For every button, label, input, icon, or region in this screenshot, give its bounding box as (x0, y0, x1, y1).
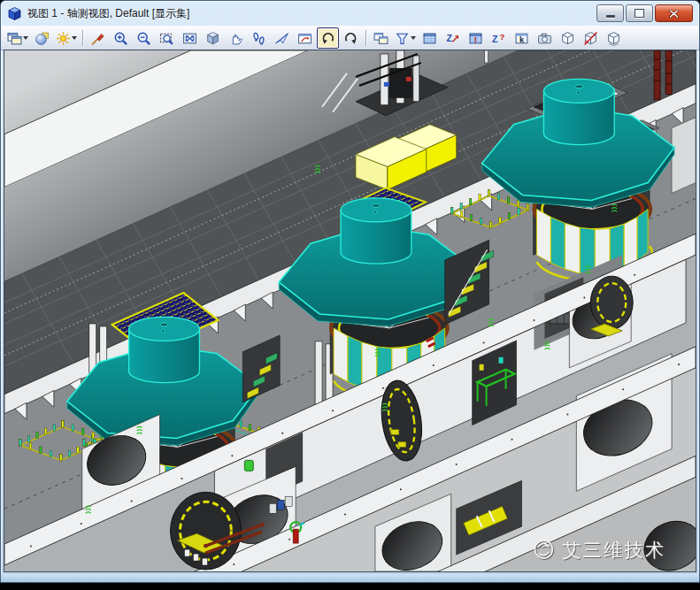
toolbar-button-view-display-mode[interactable] (31, 27, 53, 49)
toolbar-button-view-attributes[interactable] (5, 27, 30, 49)
view-toolbar (1, 26, 699, 50)
toolbar-button-copy-view[interactable] (370, 27, 392, 49)
toolbar-button-rotate-view[interactable] (202, 27, 224, 49)
toolbar-button-clip-volume[interactable] (393, 27, 418, 49)
toolbar-button-adjust-view-brightness[interactable] (54, 27, 79, 49)
close-button[interactable] (655, 4, 693, 22)
window-frame-bottom (1, 574, 699, 582)
toolbar-button-fly[interactable] (271, 27, 293, 49)
toolbar-button-view-next[interactable] (340, 27, 362, 49)
toolbar-button-zoom-out[interactable] (133, 27, 155, 49)
side-wall-sliver (672, 118, 696, 194)
toolbar-button-clip-view[interactable] (580, 27, 602, 49)
toolbar-separator (365, 30, 366, 46)
screen: 视图 1 - 轴测视图, Default [显示集] (0, 0, 700, 590)
dropdown-arrow-icon[interactable] (72, 36, 77, 40)
viewport-3d-canvas[interactable]: 艾三维技术 (4, 50, 696, 571)
toolbar-button-render-view[interactable] (557, 27, 579, 49)
watermark-text: 艾三维技术 (562, 540, 665, 560)
window-controls (595, 4, 693, 22)
mast-post (485, 50, 488, 63)
minimize-icon (606, 15, 615, 18)
toolbar-button-zoom-in[interactable] (110, 27, 132, 49)
toolbar-button-saved-views[interactable] (511, 27, 533, 49)
toolbar-button-window-area[interactable] (156, 27, 178, 49)
title-bar[interactable]: 视图 1 - 轴测视图, Default [显示集] (1, 1, 699, 26)
toolbar-button-walk[interactable] (248, 27, 270, 49)
toolbar-button-clip-mask[interactable] (419, 27, 441, 49)
toolbar-button-fit-view[interactable] (179, 27, 201, 49)
toolbar-separator (82, 30, 83, 46)
toolbar-button-pan-view[interactable] (225, 27, 247, 49)
minimize-button[interactable] (596, 4, 624, 22)
toolbar-button-navigate-view[interactable] (294, 27, 316, 49)
viewport[interactable]: 艾三维技术 (4, 50, 696, 572)
window-title: 视图 1 - 轴测视图, Default [显示集] (27, 6, 189, 21)
dropdown-arrow-icon[interactable] (411, 36, 416, 40)
toolbar-button-show-display-depth[interactable] (488, 27, 510, 49)
toolbar-button-camera-settings[interactable] (534, 27, 556, 49)
view-window: 视图 1 - 轴测视图, Default [显示集] (0, 0, 700, 583)
toolbar-button-update-view[interactable] (87, 27, 109, 49)
close-icon (669, 10, 679, 18)
dropdown-arrow-icon[interactable] (23, 36, 28, 40)
toolbar-button-set-display-depth[interactable] (442, 27, 464, 49)
toolbar-button-display-set[interactable] (603, 27, 625, 49)
restore-icon (635, 9, 644, 18)
view-cube-icon (7, 6, 22, 21)
restore-button[interactable] (626, 4, 653, 22)
toolbar-button-view-previous[interactable] (317, 27, 339, 49)
toolbar-button-apply-display-depth[interactable] (465, 27, 487, 49)
